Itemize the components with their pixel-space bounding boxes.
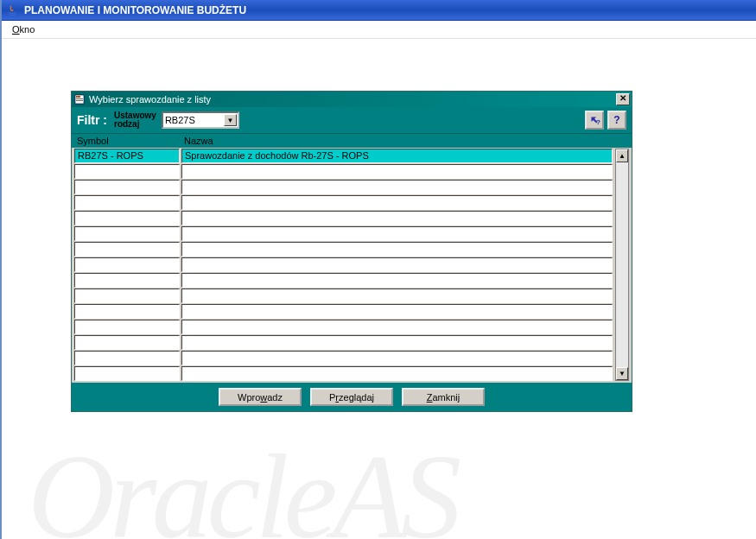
select-report-dialog: Wybierz sprawozdanie z listy ✕ Filtr : U…: [71, 91, 632, 412]
table-row[interactable]: RB27S - ROPSSprawozdanie z dochodów Rb-2…: [73, 148, 613, 163]
cell-symbol[interactable]: [74, 273, 180, 288]
table-row[interactable]: [73, 210, 613, 225]
table-row[interactable]: [73, 163, 613, 179]
table-row[interactable]: [73, 241, 613, 257]
dropdown-icon[interactable]: ▼: [224, 114, 237, 126]
cell-nazwa[interactable]: [181, 273, 613, 288]
cell-nazwa[interactable]: [181, 195, 613, 210]
scroll-track[interactable]: [616, 162, 628, 367]
cell-nazwa[interactable]: [181, 289, 613, 303]
menu-okno[interactable]: Okno: [7, 22, 40, 36]
svg-rect-2: [76, 98, 83, 99]
cell-symbol[interactable]: [74, 304, 180, 319]
cell-symbol[interactable]: [74, 366, 180, 381]
table-row[interactable]: [73, 303, 613, 319]
dialog-title: Wybierz sprawozdanie z listy: [89, 94, 616, 105]
filter-bar: Filtr : Ustawowy rodzaj RB27S ▼ ? ?: [72, 107, 632, 134]
przegladaj-button[interactable]: Przeglądaj: [310, 388, 393, 406]
table-row[interactable]: [73, 225, 613, 241]
table-row[interactable]: [73, 257, 613, 272]
java-icon: [5, 3, 19, 17]
cell-symbol[interactable]: [74, 180, 180, 194]
table-row[interactable]: [73, 350, 613, 365]
button-bar: Wprowadz Przeglądaj Zamknij: [72, 383, 632, 411]
svg-rect-1: [76, 96, 80, 98]
wprowadz-button[interactable]: Wprowadz: [219, 388, 302, 406]
column-header-symbol: Symbol: [77, 136, 184, 146]
cell-nazwa[interactable]: [181, 180, 613, 194]
cell-nazwa[interactable]: [181, 304, 613, 319]
table-row[interactable]: [73, 179, 613, 194]
table-row[interactable]: [73, 194, 613, 210]
cell-nazwa[interactable]: Sprawozdanie z dochodów Rb-27S - ROPS: [181, 149, 613, 163]
svg-text:?: ?: [596, 118, 600, 126]
cell-nazwa[interactable]: [181, 242, 613, 257]
cell-symbol[interactable]: [74, 289, 180, 303]
cell-symbol[interactable]: [74, 211, 180, 225]
cell-nazwa[interactable]: [181, 226, 613, 241]
dialog-icon: [73, 93, 86, 105]
cell-symbol[interactable]: [74, 257, 180, 272]
main-window-titlebar: PLANOWANIE I MONITOROWANIE BUDŻETU: [2, 0, 756, 21]
help-button[interactable]: ?: [607, 111, 626, 130]
svg-rect-3: [76, 100, 83, 101]
menubar: Okno: [2, 21, 756, 39]
table-row[interactable]: [73, 334, 613, 350]
filter-label: Filtr :: [77, 113, 107, 127]
filter-sublabel: Ustawowy rodzaj: [114, 111, 156, 129]
table-row[interactable]: [73, 319, 613, 334]
cell-symbol[interactable]: [74, 226, 180, 241]
main-window-title: PLANOWANIE I MONITOROWANIE BUDŻETU: [24, 4, 246, 16]
table-row[interactable]: [73, 272, 613, 288]
cell-symbol[interactable]: [74, 335, 180, 350]
help-arrow-button[interactable]: ?: [585, 111, 604, 130]
cell-nazwa[interactable]: [181, 351, 613, 365]
cell-symbol[interactable]: [74, 320, 180, 334]
column-header-nazwa: Nazwa: [184, 136, 626, 146]
cell-symbol[interactable]: RB27S - ROPS: [74, 149, 180, 163]
cell-symbol[interactable]: [74, 164, 180, 179]
watermark: OracleAS: [28, 427, 456, 539]
scroll-down-button[interactable]: ▼: [616, 367, 628, 380]
filter-rodzaj-select[interactable]: RB27S ▼: [162, 111, 239, 129]
cell-symbol[interactable]: [74, 195, 180, 210]
grid-header: Symbol Nazwa: [72, 134, 632, 148]
table-row[interactable]: [73, 365, 613, 381]
cell-symbol[interactable]: [74, 351, 180, 365]
scroll-up-button[interactable]: ▲: [616, 149, 628, 162]
cell-nazwa[interactable]: [181, 257, 613, 272]
cell-nazwa[interactable]: [181, 335, 613, 350]
zamknij-button[interactable]: Zamknij: [402, 388, 485, 406]
cell-nazwa[interactable]: [181, 320, 613, 334]
dialog-close-button[interactable]: ✕: [616, 93, 630, 105]
dialog-titlebar: Wybierz sprawozdanie z listy ✕: [72, 92, 632, 107]
grid-body[interactable]: RB27S - ROPSSprawozdanie z dochodów Rb-2…: [73, 148, 613, 381]
table-row[interactable]: [73, 288, 613, 303]
cell-symbol[interactable]: [74, 242, 180, 257]
cell-nazwa[interactable]: [181, 211, 613, 225]
cell-nazwa[interactable]: [181, 164, 613, 179]
cell-nazwa[interactable]: [181, 366, 613, 381]
filter-select-value: RB27S: [165, 115, 195, 125]
vertical-scrollbar[interactable]: ▲ ▼: [615, 149, 629, 381]
